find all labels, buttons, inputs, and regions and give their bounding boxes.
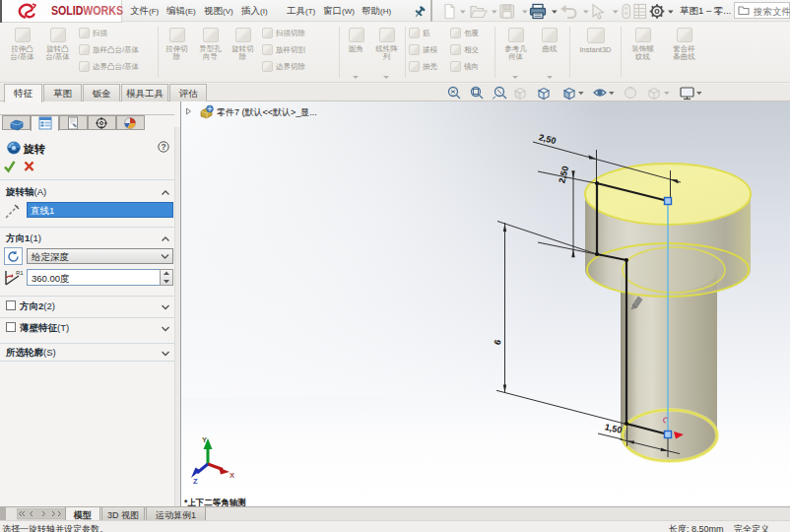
- svg-text:Z: Z: [193, 477, 198, 486]
- svg-text:Y: Y: [202, 435, 207, 444]
- svg-text:*上下二等角轴测: *上下二等角轴测: [184, 498, 246, 506]
- svg-text:SOLID: SOLID: [51, 4, 83, 18]
- svg-text:WORKS: WORKS: [83, 4, 123, 18]
- svg-text:X: X: [230, 471, 234, 480]
- svg-text:零件7 (默认<<默认>_显...: 零件7 (默认<<默认>_显...: [217, 107, 317, 117]
- svg-text:R1: R1: [16, 270, 24, 276]
- svg-text:?: ?: [161, 142, 165, 152]
